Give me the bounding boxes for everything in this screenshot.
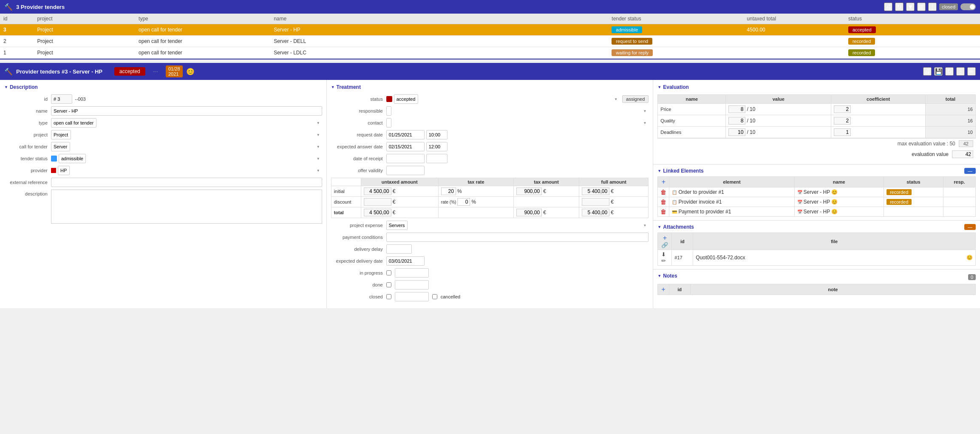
link-icon-3: 💳 bbox=[672, 210, 677, 214]
request-date-input[interactable] bbox=[386, 130, 425, 139]
in-progress-input[interactable] bbox=[395, 268, 429, 278]
discount-amount-input[interactable] bbox=[364, 198, 391, 206]
eval-value-row: evaluation value bbox=[657, 149, 976, 160]
deadlines-coeff-input[interactable] bbox=[834, 128, 851, 136]
initial-tax-amount-input[interactable] bbox=[516, 187, 542, 195]
notes-add-btn[interactable]: + bbox=[660, 286, 666, 293]
linked-name-3: Server - HP bbox=[804, 209, 830, 215]
closed-input[interactable] bbox=[395, 292, 429, 301]
date-receipt-input[interactable] bbox=[386, 154, 425, 163]
total-untaxed-input[interactable] bbox=[364, 209, 391, 216]
date-receipt-label: date of receipt bbox=[331, 156, 386, 161]
attach-title: Attachments bbox=[657, 224, 694, 230]
col-status: status bbox=[845, 14, 980, 24]
filter-icon[interactable]: ▼ bbox=[906, 3, 915, 11]
attach-edit-btn[interactable]: ✏ bbox=[660, 258, 667, 264]
date-receipt-time[interactable] bbox=[426, 154, 448, 163]
attach-toggle[interactable]: — bbox=[964, 224, 976, 230]
eval-value-col: value bbox=[726, 95, 831, 104]
in-progress-checkbox[interactable] bbox=[386, 270, 391, 275]
attach-link-btn[interactable]: 🔗 bbox=[660, 242, 669, 248]
linked-toggle[interactable]: — bbox=[964, 168, 976, 174]
table-row[interactable]: 3 Project open call for tender Server - … bbox=[0, 24, 980, 36]
detail-toolbar: 🖨 💾 ↻ ⋮ ✏ bbox=[923, 67, 976, 76]
offer-validity-input[interactable] bbox=[386, 166, 425, 175]
discount-full-currency: € bbox=[611, 199, 614, 205]
initial-full-input[interactable] bbox=[582, 187, 609, 195]
print-icon[interactable]: 🖨 bbox=[884, 3, 892, 11]
pct-symbol: % bbox=[457, 188, 462, 194]
deadlines-value-input[interactable] bbox=[728, 128, 745, 136]
linked-del-btn-2[interactable]: 🗑 bbox=[660, 199, 666, 205]
detail-save-icon[interactable]: 💾 bbox=[934, 67, 943, 76]
hammer-icon-detail: 🔨 bbox=[4, 68, 13, 76]
linked-add-btn[interactable]: + bbox=[661, 178, 666, 186]
row-name: Server - DELL bbox=[270, 36, 608, 47]
expected-delivery-input[interactable] bbox=[386, 256, 425, 266]
detail-refresh-icon[interactable]: ↻ bbox=[945, 67, 954, 76]
detail-more-icon[interactable]: ⋮ bbox=[956, 67, 965, 76]
payment-conditions-label: payment conditions bbox=[331, 235, 386, 240]
top-toolbar: 🖨 ↻ ▼ ⊞ ⋮ closed bbox=[884, 3, 976, 11]
linked-table: + element name status resp. 🗑 📋 bbox=[657, 176, 976, 217]
quality-value-input[interactable] bbox=[728, 117, 745, 125]
notes-add-col: + bbox=[658, 284, 669, 295]
initial-tax-rate-input[interactable] bbox=[441, 187, 456, 195]
accepted-status-btn[interactable]: accepted bbox=[114, 67, 145, 76]
type-select[interactable]: open call for tender bbox=[51, 118, 96, 128]
payment-conditions-input[interactable] bbox=[386, 233, 649, 242]
assigned-button[interactable]: assigned bbox=[622, 95, 649, 103]
initial-row: initial € % € bbox=[331, 186, 649, 197]
price-coeff-input[interactable] bbox=[834, 105, 851, 113]
total-tax-input[interactable] bbox=[516, 209, 542, 216]
project-select[interactable]: Project bbox=[51, 130, 71, 139]
more-icon[interactable]: ⋮ bbox=[928, 3, 937, 11]
eval-value-input[interactable] bbox=[952, 150, 973, 158]
project-expense-select[interactable]: Servers bbox=[386, 221, 408, 230]
call-select[interactable]: Server bbox=[51, 142, 70, 151]
price-value-input[interactable] bbox=[728, 105, 745, 113]
discount-rate-input[interactable] bbox=[457, 198, 470, 206]
done-input[interactable] bbox=[395, 280, 429, 289]
request-time-input[interactable] bbox=[426, 130, 448, 139]
status-treatment-select[interactable]: accepted bbox=[394, 94, 418, 104]
initial-untaxed-input[interactable] bbox=[364, 187, 391, 195]
linked-del-btn-1[interactable]: 🗑 bbox=[660, 189, 666, 196]
detail-title: Provider tenders #3 - Server - HP bbox=[16, 68, 102, 75]
linked-row-1: 🗑 📋 Order to provider #1 📅 Server - HP 😊 bbox=[658, 187, 976, 197]
detail-edit-icon[interactable]: ✏ bbox=[967, 67, 976, 76]
provider-select[interactable]: HP bbox=[58, 166, 70, 175]
closed-toggle[interactable] bbox=[960, 3, 976, 10]
cancelled-checkbox[interactable] bbox=[432, 294, 437, 299]
linked-del-btn-3[interactable]: 🗑 bbox=[660, 208, 666, 215]
expected-answer-time[interactable] bbox=[426, 142, 448, 151]
smiley-3: 😊 bbox=[831, 209, 838, 215]
contact-select[interactable] bbox=[386, 118, 391, 128]
delivery-delay-input[interactable] bbox=[386, 244, 412, 254]
description-textarea[interactable] bbox=[51, 190, 322, 224]
closed-treatment-row: closed cancelled bbox=[331, 292, 649, 301]
attach-download-btn[interactable]: ⬇ bbox=[660, 251, 667, 258]
ext-ref-input[interactable] bbox=[51, 178, 322, 187]
quality-coeff-input[interactable] bbox=[834, 117, 851, 125]
name-input[interactable] bbox=[51, 106, 322, 116]
tender-status-label: tender status bbox=[4, 156, 51, 161]
tender-status-select[interactable]: admissible bbox=[59, 154, 86, 163]
detail-header: 🔨 Provider tenders #3 - Server - HP acce… bbox=[0, 63, 980, 80]
refresh-icon[interactable]: ↻ bbox=[895, 3, 904, 11]
closed-checkbox[interactable] bbox=[386, 294, 391, 299]
eval-row-price: Price / 10 16 bbox=[658, 104, 976, 115]
expected-answer-input[interactable] bbox=[386, 142, 425, 151]
tender-status-dot bbox=[51, 156, 57, 162]
eval-coeff-col: coefficient bbox=[831, 95, 926, 104]
table-row[interactable]: 2 Project open call for tender Server - … bbox=[0, 36, 980, 47]
discount-full-input[interactable] bbox=[582, 198, 609, 206]
columns-icon[interactable]: ⊞ bbox=[917, 3, 926, 11]
responsible-select[interactable] bbox=[386, 106, 391, 116]
total-full-input[interactable] bbox=[582, 209, 609, 216]
detail-print-icon[interactable]: 🖨 bbox=[923, 67, 932, 76]
expected-delivery-row: expected delivery date bbox=[331, 256, 649, 266]
table-row[interactable]: 1 Project open call for tender Server - … bbox=[0, 47, 980, 59]
done-checkbox[interactable] bbox=[386, 282, 391, 287]
attach-add-btn[interactable]: + bbox=[662, 234, 668, 242]
